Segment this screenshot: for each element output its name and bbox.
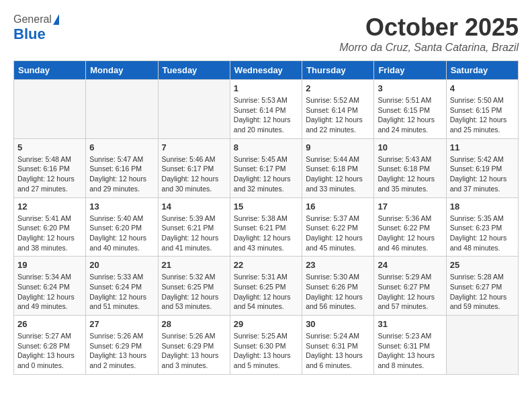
day-info: Sunrise: 5:46 AM Sunset: 6:17 PM Dayligh… <box>162 154 226 194</box>
day-info: Sunrise: 5:41 AM Sunset: 6:20 PM Dayligh… <box>17 214 82 253</box>
day-info: Sunrise: 5:35 AM Sunset: 6:23 PM Dayligh… <box>450 214 515 253</box>
day-cell-30: 30Sunrise: 5:24 AM Sunset: 6:31 PM Dayli… <box>302 316 374 375</box>
day-info: Sunrise: 5:23 AM Sunset: 6:31 PM Dayligh… <box>378 331 442 371</box>
week-row-1: 1Sunrise: 5:53 AM Sunset: 6:14 PM Daylig… <box>14 80 519 139</box>
weekday-header-row: SundayMondayTuesdayWednesdayThursdayFrid… <box>14 61 519 80</box>
day-cell-12: 12Sunrise: 5:41 AM Sunset: 6:20 PM Dayli… <box>14 197 86 257</box>
day-cell-9: 9Sunrise: 5:44 AM Sunset: 6:18 PM Daylig… <box>302 138 374 197</box>
day-cell-23: 23Sunrise: 5:30 AM Sunset: 6:26 PM Dayli… <box>302 257 374 316</box>
day-info: Sunrise: 5:26 AM Sunset: 6:29 PM Dayligh… <box>89 331 154 371</box>
day-info: Sunrise: 5:39 AM Sunset: 6:21 PM Dayligh… <box>162 214 226 253</box>
day-cell-29: 29Sunrise: 5:25 AM Sunset: 6:30 PM Dayli… <box>230 316 302 375</box>
day-number: 19 <box>17 260 82 270</box>
day-number: 16 <box>306 201 370 212</box>
day-number: 4 <box>450 83 515 93</box>
day-info: Sunrise: 5:27 AM Sunset: 6:28 PM Dayligh… <box>17 331 82 371</box>
day-info: Sunrise: 5:37 AM Sunset: 6:22 PM Dayligh… <box>306 214 370 253</box>
day-cell-13: 13Sunrise: 5:40 AM Sunset: 6:20 PM Dayli… <box>86 197 158 257</box>
day-info: Sunrise: 5:44 AM Sunset: 6:18 PM Dayligh… <box>306 154 370 194</box>
day-number: 23 <box>306 260 370 270</box>
day-info: Sunrise: 5:29 AM Sunset: 6:27 PM Dayligh… <box>378 272 442 312</box>
day-number: 30 <box>306 319 370 329</box>
page-header: General Blue October 2025 Morro da Cruz,… <box>13 13 519 54</box>
logo: General Blue <box>13 13 59 43</box>
day-cell-2: 2Sunrise: 5:52 AM Sunset: 6:14 PM Daylig… <box>302 80 374 139</box>
title-block: October 2025 Morro da Cruz, Santa Catari… <box>339 13 519 54</box>
day-info: Sunrise: 5:43 AM Sunset: 6:18 PM Dayligh… <box>378 154 442 194</box>
day-cell-24: 24Sunrise: 5:29 AM Sunset: 6:27 PM Dayli… <box>374 257 446 316</box>
day-cell-22: 22Sunrise: 5:31 AM Sunset: 6:25 PM Dayli… <box>230 257 302 316</box>
day-number: 26 <box>17 319 82 329</box>
location: Morro da Cruz, Santa Catarina, Brazil <box>339 42 519 54</box>
day-cell-18: 18Sunrise: 5:35 AM Sunset: 6:23 PM Dayli… <box>446 197 518 257</box>
day-cell-1: 1Sunrise: 5:53 AM Sunset: 6:14 PM Daylig… <box>230 80 302 139</box>
day-cell-31: 31Sunrise: 5:23 AM Sunset: 6:31 PM Dayli… <box>374 316 446 375</box>
day-cell-4: 4Sunrise: 5:50 AM Sunset: 6:15 PM Daylig… <box>446 80 518 139</box>
day-cell-15: 15Sunrise: 5:38 AM Sunset: 6:21 PM Dayli… <box>230 197 302 257</box>
day-info: Sunrise: 5:30 AM Sunset: 6:26 PM Dayligh… <box>306 272 370 312</box>
day-info: Sunrise: 5:36 AM Sunset: 6:22 PM Dayligh… <box>378 214 442 253</box>
empty-cell <box>86 80 158 139</box>
day-info: Sunrise: 5:33 AM Sunset: 6:24 PM Dayligh… <box>89 272 154 312</box>
day-info: Sunrise: 5:51 AM Sunset: 6:15 PM Dayligh… <box>378 95 442 135</box>
day-number: 17 <box>378 201 442 212</box>
day-info: Sunrise: 5:48 AM Sunset: 6:16 PM Dayligh… <box>17 154 82 194</box>
day-info: Sunrise: 5:28 AM Sunset: 6:27 PM Dayligh… <box>450 272 515 312</box>
day-info: Sunrise: 5:47 AM Sunset: 6:16 PM Dayligh… <box>89 154 154 194</box>
week-row-5: 26Sunrise: 5:27 AM Sunset: 6:28 PM Dayli… <box>14 316 519 375</box>
weekday-header-wednesday: Wednesday <box>230 61 302 80</box>
month-title: October 2025 <box>339 13 519 42</box>
logo-general-text: General <box>13 13 52 26</box>
day-cell-21: 21Sunrise: 5:32 AM Sunset: 6:25 PM Dayli… <box>158 257 230 316</box>
day-cell-11: 11Sunrise: 5:42 AM Sunset: 6:19 PM Dayli… <box>446 138 518 197</box>
day-info: Sunrise: 5:42 AM Sunset: 6:19 PM Dayligh… <box>450 154 515 194</box>
day-number: 14 <box>162 201 226 212</box>
day-info: Sunrise: 5:26 AM Sunset: 6:29 PM Dayligh… <box>162 331 226 371</box>
day-number: 2 <box>306 83 370 93</box>
empty-cell <box>446 316 518 375</box>
day-number: 3 <box>378 83 442 93</box>
day-number: 22 <box>234 260 298 270</box>
logo-blue-text: Blue <box>13 26 46 43</box>
day-number: 10 <box>378 142 442 152</box>
day-cell-26: 26Sunrise: 5:27 AM Sunset: 6:28 PM Dayli… <box>14 316 86 375</box>
day-cell-28: 28Sunrise: 5:26 AM Sunset: 6:29 PM Dayli… <box>158 316 230 375</box>
day-cell-10: 10Sunrise: 5:43 AM Sunset: 6:18 PM Dayli… <box>374 138 446 197</box>
day-number: 24 <box>378 260 442 270</box>
day-cell-14: 14Sunrise: 5:39 AM Sunset: 6:21 PM Dayli… <box>158 197 230 257</box>
day-number: 29 <box>234 319 298 329</box>
weekday-header-sunday: Sunday <box>14 61 86 80</box>
day-cell-7: 7Sunrise: 5:46 AM Sunset: 6:17 PM Daylig… <box>158 138 230 197</box>
day-info: Sunrise: 5:24 AM Sunset: 6:31 PM Dayligh… <box>306 331 370 371</box>
day-info: Sunrise: 5:38 AM Sunset: 6:21 PM Dayligh… <box>234 214 298 253</box>
day-info: Sunrise: 5:40 AM Sunset: 6:20 PM Dayligh… <box>89 214 154 253</box>
week-row-4: 19Sunrise: 5:34 AM Sunset: 6:24 PM Dayli… <box>14 257 519 316</box>
day-cell-20: 20Sunrise: 5:33 AM Sunset: 6:24 PM Dayli… <box>86 257 158 316</box>
day-cell-25: 25Sunrise: 5:28 AM Sunset: 6:27 PM Dayli… <box>446 257 518 316</box>
weekday-header-monday: Monday <box>86 61 158 80</box>
day-info: Sunrise: 5:50 AM Sunset: 6:15 PM Dayligh… <box>450 95 515 135</box>
day-cell-3: 3Sunrise: 5:51 AM Sunset: 6:15 PM Daylig… <box>374 80 446 139</box>
day-info: Sunrise: 5:34 AM Sunset: 6:24 PM Dayligh… <box>17 272 82 312</box>
day-number: 21 <box>162 260 226 270</box>
day-cell-6: 6Sunrise: 5:47 AM Sunset: 6:16 PM Daylig… <box>86 138 158 197</box>
day-number: 15 <box>234 201 298 212</box>
day-info: Sunrise: 5:25 AM Sunset: 6:30 PM Dayligh… <box>234 331 298 371</box>
weekday-header-thursday: Thursday <box>302 61 374 80</box>
day-number: 12 <box>17 201 82 212</box>
weekday-header-friday: Friday <box>374 61 446 80</box>
day-cell-8: 8Sunrise: 5:45 AM Sunset: 6:17 PM Daylig… <box>230 138 302 197</box>
day-cell-27: 27Sunrise: 5:26 AM Sunset: 6:29 PM Dayli… <box>86 316 158 375</box>
day-info: Sunrise: 5:32 AM Sunset: 6:25 PM Dayligh… <box>162 272 226 312</box>
day-number: 11 <box>450 142 515 152</box>
day-number: 31 <box>378 319 442 329</box>
day-number: 1 <box>234 83 298 93</box>
calendar-table: SundayMondayTuesdayWednesdayThursdayFrid… <box>13 60 519 375</box>
day-number: 9 <box>306 142 370 152</box>
empty-cell <box>14 80 86 139</box>
day-number: 5 <box>17 142 82 152</box>
day-cell-17: 17Sunrise: 5:36 AM Sunset: 6:22 PM Dayli… <box>374 197 446 257</box>
day-number: 7 <box>162 142 226 152</box>
day-number: 8 <box>234 142 298 152</box>
week-row-3: 12Sunrise: 5:41 AM Sunset: 6:20 PM Dayli… <box>14 197 519 257</box>
